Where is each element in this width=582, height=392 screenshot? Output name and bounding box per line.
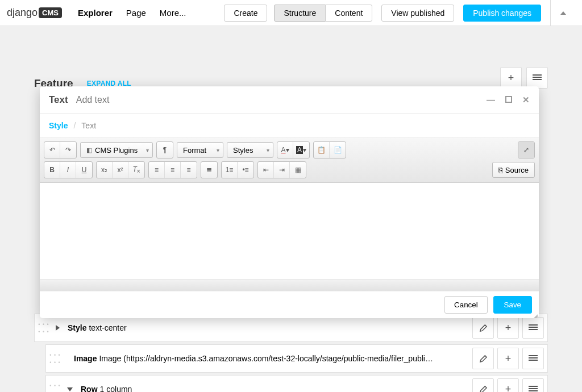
text-color-button[interactable]: A▾: [277, 142, 293, 158]
plus-icon: +: [508, 72, 514, 84]
indent-icon: ⇥: [279, 166, 285, 174]
save-button[interactable]: Save: [493, 296, 532, 314]
drag-handle-icon[interactable]: [49, 383, 61, 393]
publish-button[interactable]: Publish changes: [463, 5, 541, 22]
ul-icon: •≡: [242, 166, 248, 174]
plugin-row-row[interactable]: Row1 column +: [45, 375, 548, 392]
drag-handle-icon[interactable]: [49, 352, 61, 365]
table-icon: ▦: [295, 166, 301, 174]
table-button[interactable]: ▦: [290, 162, 306, 178]
modal-footer: Cancel Save ◢: [40, 291, 539, 318]
add-child-button[interactable]: +: [497, 378, 519, 392]
collapse-toolbar-button[interactable]: [550, 0, 575, 26]
plugin-label: ImageImage (https://aldryn-media.s3.amaz…: [72, 354, 472, 363]
plus-icon: +: [505, 322, 512, 334]
pencil-icon: [479, 385, 488, 393]
underline-button[interactable]: U: [76, 162, 92, 178]
content-mode-button[interactable]: Content: [325, 5, 372, 22]
subscript-icon: x₂: [101, 166, 107, 174]
paste-button[interactable]: 📋: [314, 142, 330, 158]
align-justify-icon: ≣: [206, 166, 212, 174]
close-icon: ✕: [522, 95, 530, 105]
bold-icon: B: [49, 166, 55, 174]
align-left-button[interactable]: ≡: [149, 162, 165, 178]
text-color-icon: A▾: [281, 146, 289, 154]
menu-icon: [529, 386, 538, 392]
plugin-menu-button[interactable]: [522, 317, 544, 339]
ckeditor-toolbar: ↶↷ ◧CMS Plugins ¶ Format Styles A▾A▾ 📋📄 …: [40, 137, 539, 183]
minimize-icon: —: [487, 95, 495, 105]
editor-body[interactable]: [40, 183, 539, 280]
structure-area: Feature EXPAND ALL: [0, 26, 582, 90]
nav-explorer[interactable]: Explorer: [72, 8, 118, 18]
paste-text-button[interactable]: 📄: [330, 142, 346, 158]
styles-label: Styles: [233, 146, 253, 155]
align-right-button[interactable]: ≡: [181, 162, 197, 178]
subscript-button[interactable]: x₂: [97, 162, 113, 178]
maximize-editor-button[interactable]: ⤢: [518, 142, 534, 158]
mode-toggle: Structure Content: [274, 5, 372, 22]
italic-button[interactable]: I: [60, 162, 76, 178]
plugin-menu-button[interactable]: [522, 348, 544, 369]
styles-select[interactable]: Styles: [227, 142, 273, 158]
expand-icon[interactable]: [56, 325, 60, 331]
pencil-icon: [479, 324, 488, 332]
breadcrumb: Style / Text: [40, 114, 539, 137]
format-select[interactable]: Format: [177, 142, 223, 158]
edit-plugin-button[interactable]: [472, 378, 494, 392]
minimize-button[interactable]: —: [487, 95, 495, 105]
edit-plugin-button[interactable]: [472, 317, 494, 339]
numbered-list-button[interactable]: 1≡: [222, 162, 238, 178]
modal-header: Text Add text — ✕: [40, 86, 539, 114]
maximize-button[interactable]: [505, 95, 512, 105]
structure-mode-button[interactable]: Structure: [274, 5, 326, 22]
nav-more[interactable]: More...: [154, 8, 192, 18]
cms-plugins-label: CMS Plugins: [95, 146, 138, 155]
superscript-button[interactable]: x²: [113, 162, 128, 178]
align-left-icon: ≡: [155, 166, 159, 174]
modal-subtitle: Add text: [76, 95, 110, 105]
breadcrumb-item-text[interactable]: Text: [81, 121, 96, 130]
collapse-icon[interactable]: [67, 387, 73, 391]
plugin-menu-button[interactable]: [522, 378, 544, 392]
indent-button[interactable]: ⇥: [274, 162, 290, 178]
create-button[interactable]: Create: [224, 5, 267, 22]
underline-icon: U: [82, 166, 87, 174]
add-child-button[interactable]: +: [497, 317, 519, 339]
pencil-icon: [479, 355, 488, 363]
menu-icon: [529, 324, 538, 331]
caret-up-icon: [560, 11, 566, 15]
plus-icon: +: [505, 353, 512, 365]
align-justify-button[interactable]: ≣: [201, 162, 217, 178]
bg-color-button[interactable]: A▾: [293, 142, 309, 158]
bullet-list-button[interactable]: •≡: [238, 162, 253, 178]
menu-icon: [533, 74, 542, 81]
nav-page[interactable]: Page: [120, 8, 152, 18]
align-center-button[interactable]: ≡: [165, 162, 181, 178]
redo-button[interactable]: ↷: [60, 142, 76, 158]
main-toolbar: django CMS Explorer Page More... Create …: [0, 0, 582, 26]
resize-handle[interactable]: ◢: [534, 315, 538, 318]
plugin-row-image[interactable]: ImageImage (https://aldryn-media.s3.amaz…: [45, 344, 548, 373]
drag-handle-icon[interactable]: [38, 322, 50, 335]
close-button[interactable]: ✕: [522, 95, 530, 105]
cms-plugins-select[interactable]: ◧CMS Plugins: [80, 142, 153, 158]
italic-icon: I: [67, 166, 69, 174]
cancel-button[interactable]: Cancel: [444, 296, 488, 314]
placeholder-menu-button[interactable]: [526, 67, 548, 89]
remove-format-button[interactable]: T×: [128, 162, 144, 178]
show-blocks-button[interactable]: ¶: [157, 142, 173, 158]
breadcrumb-item-style[interactable]: Style: [49, 121, 68, 130]
outdent-button[interactable]: ⇤: [258, 162, 274, 178]
undo-button[interactable]: ↶: [44, 142, 60, 158]
undo-icon: ↶: [49, 146, 55, 154]
add-child-button[interactable]: +: [497, 348, 519, 369]
source-button[interactable]: ⎘Source: [492, 162, 535, 178]
paste-text-icon: 📄: [334, 146, 342, 154]
bold-button[interactable]: B: [44, 162, 60, 178]
placeholder-actions: +: [500, 67, 548, 89]
add-plugin-button[interactable]: +: [500, 67, 522, 89]
remove-format-icon: T×: [132, 165, 140, 174]
view-published-button[interactable]: View published: [381, 5, 454, 22]
edit-plugin-button[interactable]: [472, 348, 494, 369]
